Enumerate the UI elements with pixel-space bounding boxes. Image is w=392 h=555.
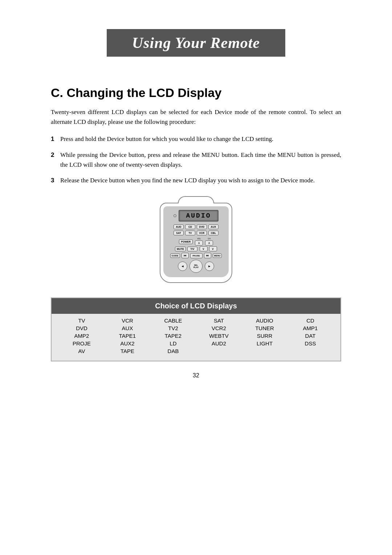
play-label: PLAY <box>193 266 199 269</box>
step-3-num: 3 <box>51 175 59 185</box>
intro-text: Twenty-seven different LCD displays can … <box>51 107 341 127</box>
pause-button[interactable]: PAUSE <box>190 253 203 258</box>
lcd-cell-amp1: AMP1 <box>296 325 325 331</box>
lcd-cell-cd: CD <box>296 317 325 324</box>
lcd-cell-av: AV <box>67 348 96 354</box>
lcd-cell-tape: TAPE <box>113 348 142 354</box>
lcd-cell-ld: LD <box>159 340 188 347</box>
lcd-row-5: AV TAPE DAB <box>59 348 333 354</box>
lcd-table-body: TV VCR CABLE SAT AUDIO CD DVD AUX TV2 VC… <box>52 314 340 361</box>
header-wrapper: Using Your Remote <box>51 29 341 71</box>
device-row-1: AUD CD DVD AUX <box>166 224 226 229</box>
step-2-num: 2 <box>51 150 59 160</box>
lcd-cell-aud2: AUD2 <box>204 340 233 347</box>
remote-inner: AUDIO AUD CD DVD AUX SAT TV VCR CBL <box>163 206 229 277</box>
lcd-displays-table: Choice of LCD Displays TV VCR CABLE SAT … <box>51 297 341 361</box>
ch-up-button[interactable]: ∧ <box>205 240 213 246</box>
page: Using Your Remote C. Changing the LCD Di… <box>0 0 392 555</box>
sel-label: SEL <box>194 264 198 267</box>
menu-button[interactable]: MENU <box>213 254 222 258</box>
cbl-button[interactable]: CBL <box>208 231 219 235</box>
lcd-cell-amp2: AMP2 <box>67 333 96 339</box>
lcd-cell-tuner: TUNER <box>250 325 279 331</box>
remote-top-curve <box>178 196 214 203</box>
aux-button[interactable]: AUX <box>208 224 219 229</box>
lcd-cell-empty-1 <box>204 348 233 354</box>
transport-row: ◄ SEL PLAY ► <box>166 260 226 273</box>
lcd-screen: AUDIO <box>179 210 219 222</box>
step-1: 1 Press and hold the Device button for w… <box>51 134 341 144</box>
section-heading: C. Changing the LCD Display <box>51 86 341 100</box>
vcr-button[interactable]: VCR <box>197 231 207 235</box>
right-arrow-button[interactable]: ► <box>205 262 214 271</box>
guide-button[interactable]: GUIDE <box>170 254 180 258</box>
mute-button[interactable]: MUTE <box>175 247 186 251</box>
lcd-table-header: Choice of LCD Displays <box>52 298 340 314</box>
lcd-row-3: AMP2 TAPE1 TAPE2 WEBTV SURR DAT <box>59 333 333 339</box>
lcd-cell-dvd: DVD <box>67 325 96 331</box>
page-number: 32 <box>51 372 341 379</box>
left-arrow-button[interactable]: ◄ <box>178 262 187 271</box>
tv-button[interactable]: TV <box>185 231 195 235</box>
lcd-row-4: PROJE AUX2 LD AUD2 LIGHT DSS <box>59 340 333 347</box>
lcd-cell-sat: SAT <box>204 317 233 324</box>
mute-tv-row: MUTE T/V ∨ ∨ <box>166 246 226 251</box>
lcd-cell-proje: PROJE <box>67 340 96 347</box>
step-2: 2 While pressing the Device button, pres… <box>51 150 341 170</box>
lcd-row-1: TV VCR CABLE SAT AUDIO CD <box>59 317 333 324</box>
dvd-button[interactable]: DVD <box>197 224 207 229</box>
lcd-cell-tv2: TV2 <box>159 325 188 331</box>
ch-down-button[interactable]: ∨ <box>209 246 217 251</box>
vol-label: VOL <box>197 238 201 240</box>
vol-up-button[interactable]: ∧ <box>195 240 203 246</box>
remote-illustration: AUDIO AUD CD DVD AUX SAT TV VCR CBL <box>51 196 341 283</box>
device-row-2: SAT TV VCR CBL <box>166 231 226 235</box>
lcd-cell-surr: SURR <box>250 333 279 339</box>
lcd-cell-dat: DAT <box>296 333 325 339</box>
fast-forward-button[interactable]: ⏭ <box>204 253 211 258</box>
power-button[interactable]: POWER <box>179 239 193 244</box>
lcd-cell-light: LIGHT <box>250 340 279 347</box>
step-3-text: Release the Device button when you find … <box>60 175 341 185</box>
lcd-row-2: DVD AUX TV2 VCR2 TUNER AMP1 <box>59 325 333 331</box>
cd-button[interactable]: CD <box>185 224 195 229</box>
lcd-cell-tape1: TAPE1 <box>113 333 142 339</box>
lcd-cell-empty-3 <box>296 348 325 354</box>
lcd-cell-audio: AUDIO <box>250 317 279 324</box>
lcd-display-row: AUDIO <box>166 210 226 222</box>
tv-mode-button[interactable]: T/V <box>187 247 197 251</box>
vol-group: VOL ∧ <box>195 238 203 246</box>
lcd-cell-cable: CABLE <box>159 317 188 324</box>
step-2-text: While pressing the Device button, press … <box>60 150 341 170</box>
rewind-button[interactable]: ⏮ <box>181 253 189 258</box>
sel-play-button[interactable]: SEL PLAY <box>189 260 203 273</box>
lcd-indicator-dot <box>173 214 176 217</box>
lcd-cell-empty-2 <box>250 348 279 354</box>
steps-list: 1 Press and hold the Device button for w… <box>51 134 341 185</box>
power-vol-ch-row: POWER VOL ∧ CH ∧ <box>166 238 226 246</box>
aud-button[interactable]: AUD <box>173 224 184 229</box>
step-1-num: 1 <box>51 134 59 144</box>
lcd-cell-tv: TV <box>67 317 96 324</box>
page-title: Using Your Remote <box>132 35 260 51</box>
ch-group: CH ∧ <box>205 238 213 246</box>
sat-button[interactable]: SAT <box>173 231 184 235</box>
lcd-cell-tape2: TAPE2 <box>159 333 188 339</box>
lcd-cell-vcr: VCR <box>113 317 142 324</box>
step-1-text: Press and hold the Device button for whi… <box>60 134 341 144</box>
lcd-cell-aux: AUX <box>113 325 142 331</box>
remote-body: AUDIO AUD CD DVD AUX SAT TV VCR CBL <box>160 203 232 283</box>
lcd-cell-dss: DSS <box>296 340 325 347</box>
lcd-cell-webtv: WEBTV <box>204 333 233 339</box>
lcd-cell-vcr2: VCR2 <box>204 325 233 331</box>
header-banner: Using Your Remote <box>107 29 285 57</box>
ch-label: CH <box>208 238 211 240</box>
step-3: 3 Release the Device button when you fin… <box>51 175 341 185</box>
guide-menu-row: GUIDE ⏮ PAUSE ⏭ MENU <box>166 253 226 258</box>
vol-down-button[interactable]: ∨ <box>200 246 208 251</box>
lcd-cell-aux2: AUX2 <box>113 340 142 347</box>
lcd-cell-dab: DAB <box>159 348 188 354</box>
